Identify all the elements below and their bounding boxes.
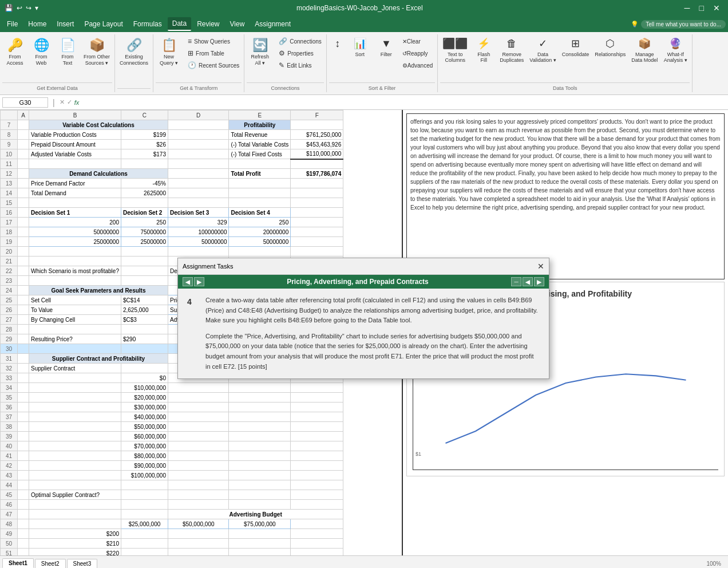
cell-d13[interactable]: [168, 179, 228, 188]
sheet-tab-2[interactable]: Sheet2: [35, 559, 66, 568]
col-header-c[interactable]: C: [121, 111, 168, 120]
sort-az-button[interactable]: ↕: [329, 36, 346, 76]
cell-d49[interactable]: [168, 529, 228, 539]
cell-b8[interactable]: Variable Production Costs: [29, 130, 121, 140]
cell-b30[interactable]: [29, 344, 121, 354]
cell-b15[interactable]: [29, 198, 121, 208]
cell-c10[interactable]: $173: [121, 149, 168, 159]
cell-c14[interactable]: 2625000: [121, 188, 168, 198]
connections-button[interactable]: 🔗 Connections: [276, 36, 324, 47]
cell-e50[interactable]: [229, 539, 291, 549]
cell-b11[interactable]: [29, 159, 121, 169]
cell-e10[interactable]: (-) Total Fixed Costs: [229, 149, 291, 159]
menu-data[interactable]: Data: [168, 17, 191, 31]
cell-f13[interactable]: [291, 179, 343, 188]
cell-a16[interactable]: [18, 208, 29, 218]
cell-d47[interactable]: Advertising Budget: [168, 510, 343, 519]
cell-e7[interactable]: Profitability: [229, 120, 291, 130]
dialog-minimize-btn[interactable]: ─: [511, 277, 521, 286]
edit-links-button[interactable]: ✎ Edit Links: [276, 60, 324, 71]
cell-c26[interactable]: 2,625,000: [121, 305, 168, 315]
cell-b47[interactable]: [29, 510, 121, 519]
dialog-prev-btn[interactable]: ◀: [183, 277, 193, 286]
menu-page-layout[interactable]: Page Layout: [80, 18, 127, 30]
refresh-all-button[interactable]: 🔄 RefreshAll ▾: [247, 36, 273, 76]
cell-b12[interactable]: Demand Calculations: [29, 169, 168, 179]
clear-button[interactable]: ✕ Clear: [400, 36, 435, 47]
cell-e51[interactable]: [229, 549, 291, 556]
filter-button[interactable]: ▼ Filter: [374, 36, 399, 76]
cell-a32[interactable]: [18, 364, 29, 373]
cell-a27[interactable]: [18, 315, 29, 325]
cell-b24[interactable]: Goal Seek Parameters and Results: [29, 286, 168, 295]
cell-a24[interactable]: [18, 286, 29, 295]
cell-c13[interactable]: -45%: [121, 179, 168, 188]
cell-d7[interactable]: [168, 120, 228, 130]
cell-b50[interactable]: $210: [29, 539, 121, 549]
col-header-a[interactable]: A: [18, 111, 29, 120]
cell-e45[interactable]: [229, 490, 291, 500]
name-box[interactable]: [2, 97, 48, 108]
cell-b45[interactable]: Optimal Supplier Contract?: [29, 490, 121, 500]
cell-a25[interactable]: [18, 295, 29, 305]
cell-e11[interactable]: [229, 159, 291, 169]
cell-a49[interactable]: [18, 529, 29, 539]
advanced-button[interactable]: ⚙ Advanced: [400, 60, 435, 71]
cell-c16[interactable]: Decision Set 2: [121, 208, 168, 218]
cell-a48[interactable]: [18, 519, 29, 529]
cell-f19[interactable]: [291, 237, 343, 247]
cell-c30[interactable]: [121, 344, 168, 354]
cell-a10[interactable]: [18, 149, 29, 159]
col-header-b[interactable]: B: [29, 111, 121, 120]
properties-button[interactable]: ⚙ Properties: [276, 48, 324, 59]
undo-icon[interactable]: ↩: [17, 4, 22, 12]
consolidate-button[interactable]: ⊞ Consolidate: [560, 36, 592, 76]
what-if-button[interactable]: 🔮 What-IfAnalysis ▾: [661, 36, 690, 76]
cell-c29[interactable]: $290: [121, 334, 168, 344]
cell-d12[interactable]: [168, 169, 228, 179]
cell-e16[interactable]: Decision Set 4: [229, 208, 291, 218]
cell-b10[interactable]: Adjusted Variable Costs: [29, 149, 121, 159]
cell-d17[interactable]: 329: [168, 218, 228, 227]
cell-c9[interactable]: $26: [121, 140, 168, 149]
cell-b19[interactable]: 25000000: [29, 237, 121, 247]
cell-f15[interactable]: [291, 198, 343, 208]
cell-c15[interactable]: [121, 198, 168, 208]
cell-a12[interactable]: [18, 169, 29, 179]
cell-b51[interactable]: $220: [29, 549, 121, 556]
cell-e9[interactable]: (-) Total Variable Costs: [229, 140, 291, 149]
cell-a15[interactable]: [18, 198, 29, 208]
cell-f7[interactable]: [291, 120, 343, 130]
cell-b9[interactable]: Prepaid Discount Amount: [29, 140, 121, 149]
cell-a19[interactable]: [18, 237, 29, 247]
cell-c49[interactable]: [121, 529, 168, 539]
cell-c48[interactable]: $25,000,000: [121, 519, 168, 529]
cell-d51[interactable]: [168, 549, 228, 556]
cell-b49[interactable]: $200: [29, 529, 121, 539]
cell-c25[interactable]: $C$14: [121, 295, 168, 305]
dialog-prev2-btn[interactable]: ◀: [523, 277, 533, 286]
cell-e17[interactable]: 250: [229, 218, 291, 227]
cell-a18[interactable]: [18, 227, 29, 237]
cell-d9[interactable]: [168, 140, 228, 149]
cell-c45[interactable]: [121, 490, 168, 500]
cell-f12[interactable]: $197,786,074: [291, 169, 343, 179]
relationships-button[interactable]: ⬡ Relationships: [592, 36, 628, 76]
cell-e14[interactable]: [229, 188, 291, 198]
from-web-button[interactable]: 🌐 FromWeb: [29, 36, 54, 76]
insert-function-icon[interactable]: fx: [74, 99, 80, 106]
cell-e8[interactable]: Total Revenue: [229, 130, 291, 140]
cell-a30[interactable]: [18, 344, 29, 354]
cell-a22[interactable]: [18, 266, 29, 276]
cell-f51[interactable]: [291, 549, 343, 556]
cell-f18[interactable]: [291, 227, 343, 237]
save-icon[interactable]: 💾: [5, 4, 13, 12]
cell-d16[interactable]: Decision Set 3: [168, 208, 228, 218]
cell-a31[interactable]: [18, 354, 29, 364]
cell-a7[interactable]: [18, 120, 29, 130]
cell-b16[interactable]: Decision Set 1: [29, 208, 121, 218]
cell-d14[interactable]: [168, 188, 228, 198]
cell-c47[interactable]: [121, 510, 168, 519]
cell-d15[interactable]: [168, 198, 228, 208]
cell-a8[interactable]: [18, 130, 29, 140]
